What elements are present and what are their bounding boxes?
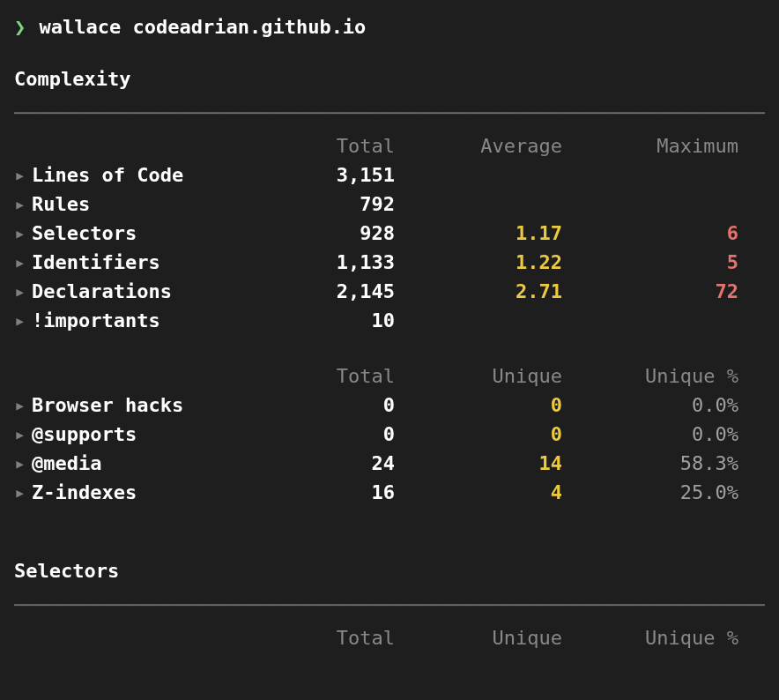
chevron-right-icon: ▸: [14, 248, 25, 277]
row-label: Browser hacks: [32, 391, 183, 420]
table-row: ▸Browser hacks 0 0 0.0%: [14, 391, 765, 420]
cell-maximum: 72: [569, 277, 746, 306]
table-header-row: Total Average Maximum: [14, 131, 765, 160]
row-label: !importants: [32, 306, 160, 335]
table-row: ▸Selectors 928 1.17 6: [14, 219, 765, 248]
cell-unique: 4: [402, 478, 569, 507]
cell-total: 2,145: [243, 277, 402, 306]
chevron-right-icon: ▸: [14, 277, 25, 306]
header-total: Total: [243, 623, 402, 652]
header-total: Total: [243, 361, 402, 391]
cell-average: 2.71: [402, 277, 569, 306]
table-row: ▸@media 24 14 58.3%: [14, 449, 765, 478]
header-unique: Unique: [402, 623, 569, 652]
table-row: ▸Lines of Code 3,151: [14, 160, 765, 190]
table-row: ▸Declarations 2,145 2.71 72: [14, 277, 765, 306]
cell-total: 792: [243, 190, 402, 219]
row-label: Selectors: [32, 219, 137, 248]
chevron-right-icon: ▸: [14, 160, 25, 190]
header-total: Total: [243, 131, 402, 160]
header-maximum: Maximum: [569, 131, 746, 160]
terminal-prompt: ❯ wallace codeadrian.github.io: [14, 12, 765, 41]
chevron-right-icon: ▸: [14, 306, 25, 335]
row-label: @supports: [32, 420, 137, 449]
cell-unique: 0: [402, 420, 569, 449]
divider: ────────────────────────────────────────…: [14, 99, 765, 128]
table-row: ▸Rules 792: [14, 190, 765, 219]
cell-maximum: 6: [569, 219, 746, 248]
row-label: Lines of Code: [32, 160, 183, 190]
section-title-selectors: Selectors: [14, 556, 765, 585]
table-row: ▸Identifiers 1,133 1.22 5: [14, 248, 765, 277]
table-header-row: Total Unique Unique %: [14, 623, 765, 652]
chevron-right-icon: ▸: [14, 449, 25, 478]
cell-maximum: 5: [569, 248, 746, 277]
cell-unique: 14: [402, 449, 569, 478]
header-average: Average: [402, 131, 569, 160]
row-label: Identifiers: [32, 248, 160, 277]
row-label: @media: [32, 449, 101, 478]
table-row: ▸Z-indexes 16 4 25.0%: [14, 478, 765, 507]
cell-average: 1.22: [402, 248, 569, 277]
chevron-right-icon: ▸: [14, 190, 25, 219]
cell-total: 10: [243, 306, 402, 335]
cell-total: 0: [243, 420, 402, 449]
cell-unique-pct: 58.3%: [569, 449, 746, 478]
chevron-right-icon: ▸: [14, 478, 25, 507]
cell-unique-pct: 25.0%: [569, 478, 746, 507]
table-row: ▸@supports 0 0 0.0%: [14, 420, 765, 449]
cell-total: 0: [243, 391, 402, 420]
row-label: Rules: [32, 190, 90, 219]
divider: ────────────────────────────────────────…: [14, 591, 765, 620]
row-label: Declarations: [32, 277, 172, 306]
header-unique-pct: Unique %: [569, 361, 746, 391]
prompt-symbol: ❯: [14, 16, 26, 38]
cell-total: 24: [243, 449, 402, 478]
cell-unique-pct: 0.0%: [569, 391, 746, 420]
row-label: Z-indexes: [32, 478, 137, 507]
header-unique-pct: Unique %: [569, 623, 746, 652]
cell-total: 1,133: [243, 248, 402, 277]
cell-total: 16: [243, 478, 402, 507]
header-unique: Unique: [402, 361, 569, 391]
cell-unique: 0: [402, 391, 569, 420]
cell-average: 1.17: [402, 219, 569, 248]
table-header-row: Total Unique Unique %: [14, 361, 765, 391]
cell-total: 3,151: [243, 160, 402, 190]
chevron-right-icon: ▸: [14, 420, 25, 449]
chevron-right-icon: ▸: [14, 391, 25, 420]
cell-unique-pct: 0.0%: [569, 420, 746, 449]
table-row: ▸!importants 10: [14, 306, 765, 335]
chevron-right-icon: ▸: [14, 219, 25, 248]
section-title-complexity: Complexity: [14, 64, 765, 93]
cell-total: 928: [243, 219, 402, 248]
prompt-command: wallace codeadrian.github.io: [40, 16, 367, 38]
